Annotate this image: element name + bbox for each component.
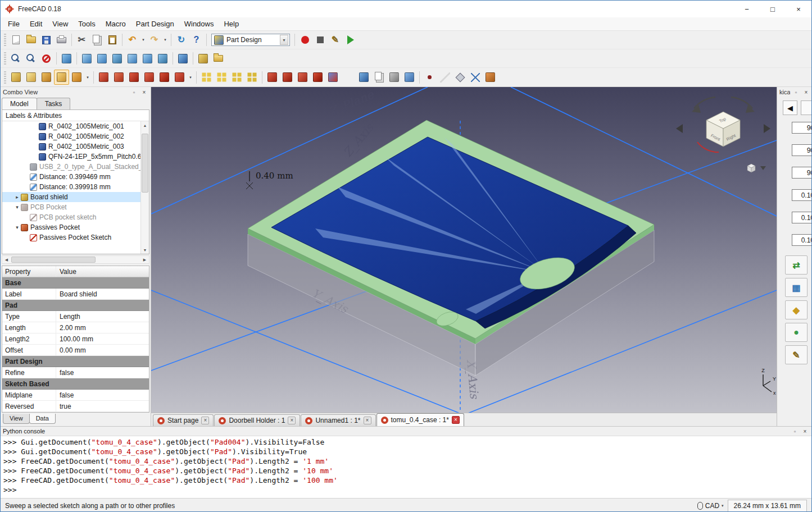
menu-file[interactable]: File [3, 17, 25, 30]
navigation-style-selector[interactable]: CAD ▾ [697, 502, 724, 510]
tree-vertical-scrollbar[interactable]: ▲ ▼ [140, 121, 149, 254]
tree-item[interactable]: Distance: 0.399918 mm [2, 182, 140, 192]
import-button[interactable] [387, 70, 402, 85]
rotate-right-icon[interactable] [764, 124, 770, 133]
macro-edit-button[interactable]: ✎ [328, 33, 343, 48]
draw-style-button[interactable] [39, 51, 54, 66]
3d-scene[interactable]: Z_Plane Z_Axis Y_Axis X_Axis [151, 87, 777, 413]
bottom-view-button[interactable] [140, 51, 155, 66]
datum-tools-dropdown[interactable]: ▾ [84, 70, 91, 85]
scroll-down-icon[interactable]: ▼ [141, 246, 149, 254]
axonometric-view-button[interactable] [59, 51, 74, 66]
rear-view-button[interactable] [125, 51, 140, 66]
tree-item[interactable]: R_0402_1005Metric_003 [2, 141, 140, 152]
workbench-selector[interactable]: Part Design▼ [211, 34, 290, 46]
mascot-button[interactable] [483, 70, 498, 85]
redo-button[interactable]: ↷ [147, 33, 162, 48]
top-view-button[interactable] [94, 51, 110, 66]
undo-button[interactable]: ↶ [125, 33, 140, 48]
collapse-arrow-icon[interactable]: ▾ [13, 225, 21, 230]
property-value[interactable]: false [56, 390, 149, 400]
step-offset-y-field[interactable]: 0.10 [792, 212, 812, 223]
create-group-button[interactable] [211, 51, 226, 66]
create-cross-button[interactable] [468, 70, 483, 85]
shapebinder-button[interactable] [371, 70, 387, 85]
tree-item[interactable]: USB_2_0_type_A_Dual_Stacked_jac [2, 162, 140, 172]
create-line-button[interactable] [437, 70, 452, 85]
property-row[interactable]: Refinefalse [2, 367, 149, 378]
3d-viewport[interactable]: Z_Plane Z_Axis Y_Axis X_Axis [151, 87, 777, 413]
close-tab-button[interactable]: × [364, 417, 371, 424]
menu-tools[interactable]: Tools [73, 17, 100, 30]
whats-this-button[interactable]: ? [189, 33, 204, 48]
copy-button[interactable] [89, 33, 105, 48]
navcube-menu-dropdown-icon[interactable] [760, 166, 766, 170]
scroll-right-icon[interactable]: ▶ [140, 256, 149, 263]
close-tab-button[interactable]: × [201, 417, 209, 424]
float-panel-icon[interactable]: ▫ [792, 88, 800, 96]
tab-tasks[interactable]: Tasks [37, 98, 71, 109]
horizontal-scroll-thumb[interactable] [11, 257, 96, 263]
property-row[interactable]: Length2100.00 mm [2, 333, 149, 345]
create-point-button[interactable] [422, 70, 437, 85]
step-offset-x-field[interactable]: 0.10 [792, 189, 812, 201]
python-console[interactable]: >>> Gui.getDocument("tomu_0_4_case").get… [1, 436, 811, 498]
property-value[interactable]: Length [56, 311, 149, 322]
property-row[interactable]: TypeLength [2, 311, 149, 322]
close-tab-button[interactable]: × [288, 417, 296, 424]
rotation-angle-x-field[interactable]: 90 [792, 122, 812, 134]
close-button[interactable]: × [786, 1, 811, 17]
rotate-left-icon[interactable] [676, 124, 683, 133]
redo-dropdown[interactable]: ▾ [162, 33, 169, 48]
load-board-button[interactable]: ▦ [785, 278, 808, 297]
property-value[interactable]: false [56, 367, 149, 378]
additive-pipe-button[interactable] [142, 70, 157, 85]
fit-all-button[interactable] [8, 51, 24, 66]
tree-item[interactable]: ▾Passives Pocket [2, 222, 140, 232]
revolution-button[interactable] [111, 70, 126, 85]
collapse-arrow-icon[interactable]: ▾ [13, 204, 21, 210]
minimize-button[interactable]: − [734, 1, 760, 17]
tree-item[interactable]: ▾PCB Pocket [2, 202, 140, 212]
additive-primitive-button[interactable] [172, 70, 187, 85]
right-view-button[interactable] [110, 51, 125, 66]
vertical-scroll-thumb[interactable] [142, 134, 148, 193]
clone-button[interactable] [356, 70, 371, 85]
document-tab-unnamed1-1[interactable]: Unnamed1 : 1*× [301, 414, 375, 426]
close-panel-icon[interactable]: × [802, 88, 810, 96]
mirrored-button[interactable] [199, 70, 214, 85]
tree-item[interactable]: Distance: 0.399469 mm [2, 172, 140, 182]
datum-tools-button[interactable] [69, 70, 84, 85]
material-button[interactable]: ● [785, 323, 808, 342]
close-panel-icon[interactable]: × [140, 88, 148, 96]
map-sketch-button[interactable] [54, 70, 69, 85]
menu-windows[interactable]: Windows [179, 17, 219, 30]
rotation-angle-z-field[interactable]: 90 [792, 167, 812, 179]
tab-model[interactable]: Model [2, 98, 37, 109]
create-part-button[interactable] [196, 51, 211, 66]
menu-edit[interactable]: Edit [25, 17, 47, 30]
tree-item[interactable]: PCB pocket sketch [2, 212, 140, 222]
tab-data[interactable]: Data [29, 414, 56, 424]
additive-helix-button[interactable] [157, 70, 172, 85]
model-body[interactable] [248, 120, 654, 376]
step-offset-z-field[interactable]: 0.10 [792, 234, 812, 246]
tab-view[interactable]: View [3, 414, 30, 424]
rotation-angle-y-field[interactable]: 90 [792, 144, 812, 156]
macro-stop-button[interactable] [312, 33, 328, 48]
paste-button[interactable] [105, 33, 120, 48]
create-rhombus-button[interactable] [452, 70, 468, 85]
expand-arrow-icon[interactable]: ▸ [13, 194, 21, 200]
scroll-left-icon[interactable]: ◀ [2, 256, 11, 263]
tree-item[interactable]: Passives Pocket Sketch [2, 232, 140, 243]
tree-item[interactable]: QFN-24-1EP_5x5mm_Pitch0.65 [2, 152, 140, 162]
refresh-button[interactable]: ↻ [174, 33, 189, 48]
cut-button[interactable]: ✂ [74, 33, 89, 48]
property-row[interactable]: Length2.00 mm [2, 322, 149, 333]
close-panel-icon[interactable]: × [801, 427, 809, 435]
chamfer-button[interactable] [280, 70, 295, 85]
mini-cube-icon[interactable] [747, 164, 755, 172]
float-panel-icon[interactable]: ▫ [791, 427, 799, 435]
property-value[interactable]: Board shield [56, 289, 149, 299]
export-step-button[interactable]: ◆ [785, 300, 808, 319]
